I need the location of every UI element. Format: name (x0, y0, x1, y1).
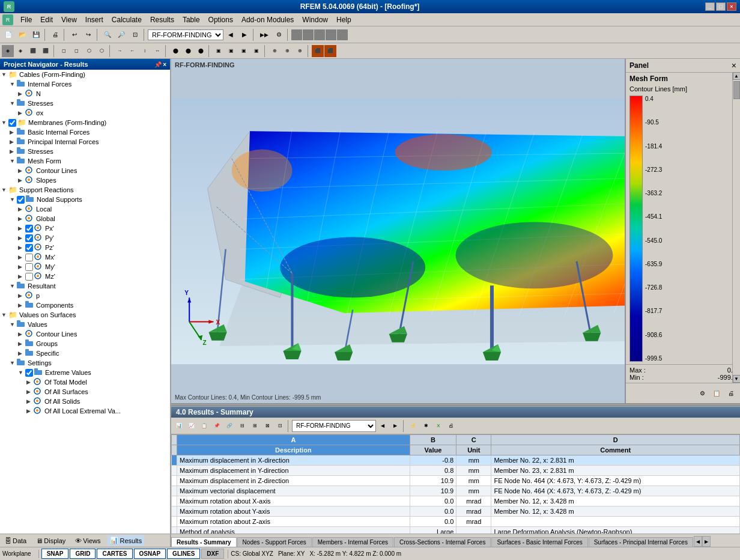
tree-item-sx[interactable]: ▶σx (0, 108, 170, 118)
tb2-12[interactable]: ↔ (151, 45, 163, 57)
tree-item-global[interactable]: ▶Global (0, 214, 170, 224)
res-filter[interactable]: ⚡ (407, 420, 419, 432)
expand-icon-local-extremal[interactable]: ▶ (26, 408, 34, 414)
tb2-7[interactable]: ⬡ (83, 45, 95, 57)
table-row[interactable]: Maximum rotation about X-axis0.0mradMemb… (172, 496, 740, 507)
tb2-22[interactable]: ⊕ (294, 45, 306, 57)
tb2-18[interactable]: ▣ (238, 45, 250, 57)
tb-extra5[interactable] (337, 29, 348, 40)
bottom-tab-surfaces---principal-internal-forces[interactable]: Surfaces - Principal Internal Forces (589, 537, 693, 547)
window-controls[interactable]: _ □ × (705, 2, 736, 11)
expand-icon-my[interactable]: ▶ (18, 264, 25, 270)
results-table-container[interactable]: A B C D Description Value Unit Comment (171, 434, 740, 534)
expand-icon-int-forces[interactable]: ▼ (10, 81, 17, 87)
table-row[interactable]: Maximum rotation about Y-axis0.0mradMemb… (172, 507, 740, 517)
expand-icon-global[interactable]: ▶ (18, 216, 25, 222)
expand-icon-stresses[interactable]: ▼ (10, 100, 17, 106)
res-tb3[interactable]: 📋 (198, 420, 210, 432)
checkbox-mx[interactable] (25, 254, 33, 261)
settings-btn[interactable]: ⚙ (272, 28, 285, 41)
expand-icon-specific[interactable]: ▶ (18, 350, 25, 356)
expand-icon-nodal-supports[interactable]: ▼ (10, 196, 17, 202)
expand-icon-contour2[interactable]: ▶ (18, 331, 25, 337)
nav-pin-btn[interactable]: 📌 (154, 61, 162, 68)
checkbox-py[interactable] (25, 234, 33, 242)
menu-addon[interactable]: Add-on Modules (238, 14, 297, 25)
menu-insert[interactable]: Insert (82, 14, 107, 25)
tree-item-mz[interactable]: ▶Mz' (0, 272, 170, 281)
glines-btn[interactable]: GLINES (167, 549, 200, 559)
tb2-15[interactable]: ⬤ (195, 45, 207, 57)
expand-icon-local[interactable]: ▶ (18, 206, 25, 212)
nav-tab-views[interactable]: 👁 Views (73, 536, 103, 546)
tree-item-int-forces[interactable]: ▼Internal Forces (0, 79, 170, 89)
tree-item-membranes[interactable]: ▼📁Membranes (Form-finding) (0, 118, 170, 127)
tree-item-all-solids[interactable]: ▶Of All Solids (0, 397, 170, 406)
tb2-9[interactable]: → (114, 45, 126, 57)
tree-item-contour[interactable]: ▶Contour Lines (0, 166, 170, 175)
nav-tab-display[interactable]: 🖥 Display (34, 536, 68, 546)
table-row[interactable]: Maximum rotation about Z-axis0.0mrad (172, 517, 740, 527)
expand-icon-p[interactable]: ▶ (18, 293, 25, 299)
menu-table[interactable]: Table (179, 14, 204, 25)
tb-extra4[interactable] (326, 29, 336, 40)
expand-icon-mz[interactable]: ▶ (18, 273, 25, 279)
res-highlight[interactable]: ✱ (420, 420, 432, 432)
expand-icon-slopes[interactable]: ▶ (18, 177, 25, 183)
panel-scrollbar[interactable]: ▲ ▼ (732, 72, 740, 383)
tb-extra3[interactable] (314, 29, 325, 40)
tree-item-specific[interactable]: ▶Specific (0, 348, 170, 358)
results-combo[interactable]: RF-FORM-FINDING (292, 420, 376, 432)
expand-icon-stresses2[interactable]: ▶ (10, 148, 17, 154)
panel-copy-btn[interactable]: 📋 (710, 387, 723, 400)
res-tb5[interactable]: 🔗 (223, 420, 235, 432)
snap-btn[interactable]: SNAP (41, 549, 69, 559)
tree-item-stresses2[interactable]: ▶Stresses (0, 147, 170, 156)
table-row[interactable]: Method of analysisLargeLarge Deformation… (172, 527, 740, 534)
tree-item-components[interactable]: ▶Components (0, 300, 170, 310)
expand-icon-pz[interactable]: ▶ (18, 245, 25, 251)
col-unit-header[interactable]: Unit (456, 445, 491, 455)
expand-icon-settings[interactable]: ▼ (10, 360, 17, 366)
tb2-13[interactable]: ⬤ (169, 45, 181, 57)
col-desc-header[interactable]: Description (177, 445, 410, 455)
tree-item-values[interactable]: ▼Values (0, 320, 170, 329)
prev-btn[interactable]: ◀ (224, 28, 237, 41)
tree-item-px[interactable]: ▶Px' (0, 224, 170, 233)
bottom-tab-nodes---support-forces[interactable]: Nodes - Support Forces (237, 537, 312, 547)
table-row[interactable]: Maximum vectorial displacement10.9mmFE N… (172, 486, 740, 496)
print-btn[interactable]: 🖨 (49, 28, 62, 41)
table-row[interactable]: Maximum displacement in Z-direction10.9m… (172, 476, 740, 486)
tree-item-my[interactable]: ▶My' (0, 262, 170, 272)
tb2-11[interactable]: ↕ (139, 45, 151, 57)
checkbox-px[interactable] (25, 225, 33, 233)
expand-icon-mx[interactable]: ▶ (18, 254, 25, 260)
cartes-btn[interactable]: CARTES (97, 549, 132, 559)
menu-help[interactable]: Help (333, 14, 355, 25)
res-tb6[interactable]: ⊟ (236, 420, 248, 432)
res-tb8[interactable]: ⊠ (261, 420, 273, 432)
grid-btn[interactable]: GRID (70, 549, 96, 559)
nav-close-btn[interactable]: × (163, 61, 166, 68)
tree-item-principal-int[interactable]: ▶Principal Internal Forces (0, 137, 170, 147)
checkbox-extreme-values[interactable] (25, 369, 33, 377)
bottom-tab-members---internal-forces[interactable]: Members - Internal Forces (312, 537, 393, 547)
menu-edit[interactable]: Edit (37, 14, 56, 25)
calc-btn[interactable]: ▶▶ (257, 28, 271, 41)
tb2-2[interactable]: ◈ (14, 45, 26, 57)
table-row[interactable]: Maximum displacement in Y-direction0.8mm… (172, 466, 740, 476)
tb2-3[interactable]: ⬛ (27, 45, 39, 57)
tree-item-groups[interactable]: ▶Groups (0, 339, 170, 348)
tree-item-mesh-form[interactable]: ▼Mesh Form (0, 156, 170, 166)
restore-btn[interactable]: □ (716, 2, 726, 11)
table-row[interactable]: Maximum displacement in X-direction-0.8m… (172, 455, 740, 466)
tree-item-basic-int[interactable]: ▶Basic Internal Forces (0, 127, 170, 137)
expand-icon-sx[interactable]: ▶ (18, 110, 25, 116)
nav-tree[interactable]: ▼📁Cables (Form-Finding)▼Internal Forces▶… (0, 70, 170, 534)
checkbox-mz[interactable] (25, 273, 33, 281)
menu-window[interactable]: Window (299, 14, 332, 25)
tree-item-p[interactable]: ▶p (0, 291, 170, 300)
tb2-10[interactable]: ← (126, 45, 138, 57)
checkbox-pz[interactable] (25, 244, 33, 252)
scroll-down-btn[interactable]: ▼ (733, 375, 741, 383)
